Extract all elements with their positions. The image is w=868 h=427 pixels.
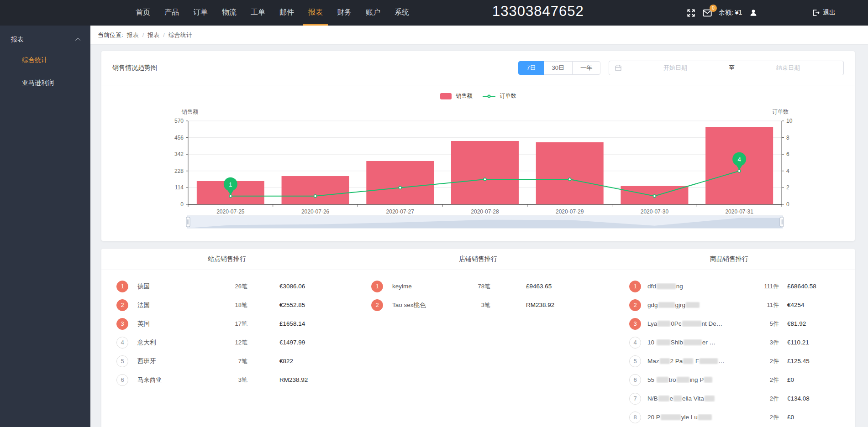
- ranking-list: 1德国26笔€3086.062法国18笔€2552.853英国17笔£1658.…: [101, 270, 352, 427]
- breadcrumb-item[interactable]: 报表: [127, 31, 139, 39]
- rank-item-name[interactable]: Lya0Pcnt De…: [647, 320, 755, 327]
- legend-line-swatch[interactable]: [483, 96, 495, 97]
- rank-item-name[interactable]: keyime: [392, 283, 458, 290]
- redacted-text: [673, 396, 682, 401]
- rank-badge: 3: [116, 318, 128, 330]
- logout-label: 退出: [823, 9, 836, 17]
- rank-item-name[interactable]: 法国: [137, 301, 216, 309]
- user-icon[interactable]: [748, 8, 758, 18]
- breadcrumb-item[interactable]: 报表: [147, 31, 159, 39]
- rank-item-count: 3笔: [458, 301, 490, 309]
- redacted-text: [657, 339, 670, 345]
- rank-item-name[interactable]: Tao sex桃色: [392, 301, 458, 309]
- legend-label-sales[interactable]: 销售额: [456, 92, 473, 100]
- start-date-input[interactable]: 开始日期: [626, 64, 725, 72]
- svg-text:10: 10: [786, 118, 793, 124]
- ranking-section-title: 店铺销售排行: [352, 249, 604, 270]
- header-right-icons: 0 余额: ¥1: [686, 0, 758, 26]
- nav-item-邮件[interactable]: 邮件: [274, 0, 299, 26]
- datazoom-handle[interactable]: [780, 217, 784, 227]
- rank-item-name[interactable]: 55 troing P: [647, 376, 755, 383]
- rank-item-value: £9463.65: [526, 283, 590, 290]
- rank-item-name[interactable]: N/Beella Vita: [647, 395, 755, 402]
- nav-item-订单[interactable]: 订单: [188, 0, 213, 26]
- rank-item-count: 2件: [755, 376, 779, 384]
- trend-chart: 01142283424565700246810销售额订单数2020-07-252…: [101, 85, 855, 238]
- nav-item-报表[interactable]: 报表: [303, 0, 328, 26]
- date-range-picker[interactable]: 开始日期 至 结束日期: [609, 61, 844, 75]
- sidebar-item[interactable]: 综合统计: [0, 48, 90, 71]
- rank-badge: 6: [629, 374, 641, 386]
- rank-item-value: €134.08: [787, 395, 819, 402]
- nav-item-工单[interactable]: 工单: [246, 0, 270, 26]
- nav-item-物流[interactable]: 物流: [217, 0, 242, 26]
- logout-button[interactable]: 退出: [812, 0, 836, 26]
- breadcrumb-item[interactable]: 综合统计: [168, 31, 192, 39]
- rank-item-count: 18笔: [216, 301, 247, 309]
- nav-item-首页[interactable]: 首页: [131, 0, 155, 26]
- logout-icon: [812, 9, 820, 17]
- redacted-text: [698, 414, 712, 420]
- legend-label-orders[interactable]: 订单数: [500, 92, 516, 100]
- rank-item-value: €4254: [787, 302, 819, 308]
- rank-item-name[interactable]: 英国: [137, 320, 216, 328]
- range-button-30日[interactable]: 30日: [544, 61, 573, 75]
- fullscreen-icon[interactable]: [686, 8, 696, 18]
- end-date-input[interactable]: 结束日期: [738, 64, 838, 72]
- chart-legend: 销售额订单数: [101, 92, 855, 100]
- rankings-card: 站点销售排行店铺销售排行商品销售排行 1德国26笔€3086.062法国18笔€…: [101, 249, 855, 427]
- rank-item-value: €822: [279, 358, 339, 365]
- calendar-icon: [615, 64, 622, 72]
- ranking-row: 2法国18笔€2552.85: [116, 296, 339, 314]
- ranking-row: 820 Pyle Lu2件£0: [629, 408, 819, 427]
- rank-item-name[interactable]: 10 Shiber …: [647, 339, 755, 346]
- rank-item-count: 12笔: [216, 338, 247, 347]
- sales-trend-card: 销售情况趋势图 7日30日一年 开始日期 至 结束日期 011422834245…: [101, 51, 855, 241]
- redacted-text: [686, 302, 700, 308]
- ranking-section-title: 站点销售排行: [101, 249, 352, 270]
- svg-text:订单数: 订单数: [772, 109, 789, 115]
- rank-item-name[interactable]: gdggjrg: [647, 302, 755, 308]
- nav-item-系统[interactable]: 系统: [389, 0, 414, 26]
- nav-item-产品[interactable]: 产品: [159, 0, 184, 26]
- svg-text:0: 0: [786, 201, 789, 208]
- ranking-row: 5西班牙7笔€822: [116, 352, 339, 370]
- svg-text:228: 228: [174, 168, 184, 174]
- range-button-一年[interactable]: 一年: [572, 61, 600, 75]
- sidebar-group-reports[interactable]: 报表: [0, 26, 90, 48]
- svg-text:0: 0: [180, 201, 184, 208]
- rank-item-name[interactable]: Maz2 Pa F…: [647, 358, 755, 365]
- svg-text:2020-07-27: 2020-07-27: [386, 208, 415, 215]
- account-phone-number: 13303847652: [492, 3, 584, 20]
- ranking-section-title: 商品销售排行: [604, 249, 855, 270]
- rank-item-name[interactable]: 20 Pyle Lu: [647, 414, 755, 421]
- rank-item-name[interactable]: 马来西亚: [137, 376, 216, 384]
- svg-text:2020-07-31: 2020-07-31: [725, 208, 753, 215]
- rank-item-value: £1658.14: [279, 320, 339, 327]
- nav-item-财务[interactable]: 财务: [332, 0, 357, 26]
- redacted-text: [677, 377, 689, 383]
- legend-bar-swatch[interactable]: [440, 93, 452, 99]
- rank-item-count: 111件: [755, 282, 779, 291]
- rank-item-name[interactable]: 德国: [137, 282, 216, 291]
- rank-item-count: 5件: [755, 320, 779, 328]
- redacted-text: [705, 396, 715, 401]
- rank-badge: 2: [629, 299, 641, 311]
- nav-item-账户[interactable]: 账户: [361, 0, 385, 26]
- svg-text:4: 4: [786, 168, 789, 174]
- rank-item-name[interactable]: 西班牙: [137, 357, 216, 365]
- datazoom-handle[interactable]: [186, 217, 190, 227]
- rank-badge: 4: [629, 337, 641, 349]
- rank-item-value: £125.45: [787, 358, 819, 365]
- rank-item-name[interactable]: 意大利: [137, 338, 216, 347]
- sidebar-items: 综合统计亚马逊利润: [0, 48, 90, 94]
- ranking-row: 655 troing P2件£0: [629, 370, 819, 389]
- rank-item-name[interactable]: dfdng: [647, 283, 755, 290]
- range-button-7日[interactable]: 7日: [518, 61, 544, 75]
- mail-icon[interactable]: 0: [702, 8, 712, 18]
- rank-item-value: €1497.99: [279, 339, 339, 346]
- ranking-row: 3英国17笔£1658.14: [116, 314, 339, 333]
- rank-item-value: RM238.92: [279, 376, 339, 383]
- rank-item-count: 78笔: [458, 282, 490, 291]
- sidebar-item[interactable]: 亚马逊利润: [0, 71, 90, 94]
